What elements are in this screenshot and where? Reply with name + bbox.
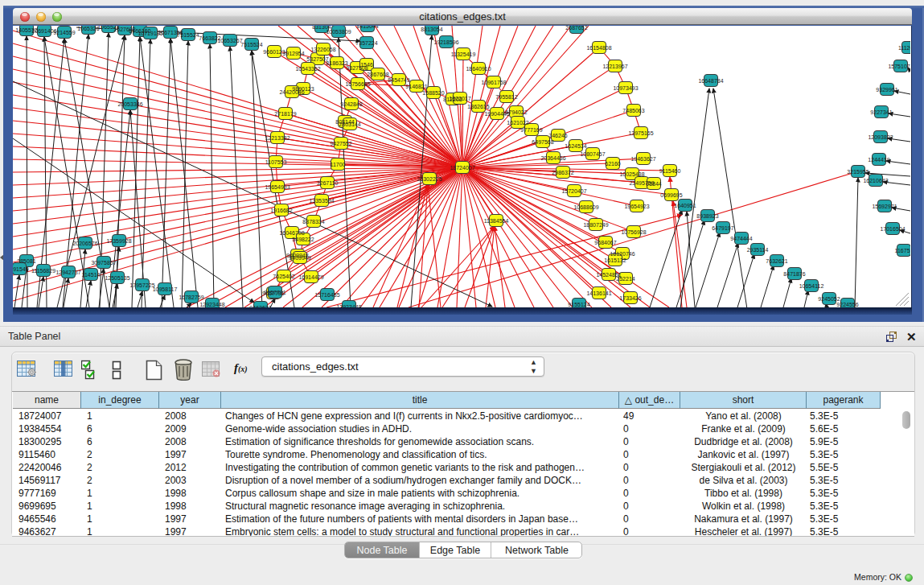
svg-text:15751074: 15751074 [888,64,910,69]
svg-text:9214559: 9214559 [53,30,75,35]
svg-text:2986372: 2986372 [552,170,573,175]
svg-text:12942737: 12942737 [55,270,80,275]
svg-text:3267110: 3267110 [317,180,339,186]
svg-text:9409949: 9409949 [289,255,310,261]
svg-text:9684067: 9684067 [594,240,616,245]
svg-text:16648784: 16648784 [698,78,723,84]
svg-text:391549: 391549 [13,266,29,272]
svg-text:252214: 252214 [616,276,634,282]
svg-text:19654933: 19654933 [265,184,290,190]
svg-text:8813054: 8813054 [421,27,442,32]
svg-text:9146821: 9146821 [405,84,427,89]
svg-text:746246: 746246 [548,133,567,138]
svg-text:6479197: 6479197 [712,225,733,231]
svg-text:9329961: 9329961 [876,87,897,93]
svg-text:7955812: 7955812 [495,94,517,100]
svg-text:1322017: 1322017 [449,96,470,101]
svg-text:13226058: 13226058 [310,47,335,52]
svg-text:9242848: 9242848 [340,101,362,107]
svg-text:24420046: 24420046 [279,89,304,95]
svg-text:10756928: 10756928 [621,229,646,235]
svg-text:19463627: 19463627 [630,156,655,162]
svg-text:18640910: 18640910 [466,66,491,72]
svg-text:2718179: 2718179 [274,111,296,117]
svg-text:10973493: 10973493 [613,85,638,91]
svg-text:9227341: 9227341 [870,109,892,115]
svg-text:10543362: 10543362 [295,66,320,72]
svg-text:7357224: 7357224 [355,40,377,46]
svg-text:7515524: 7515524 [177,32,199,38]
svg-text:8878334: 8878334 [302,219,324,225]
svg-text:13975165: 13975165 [628,130,653,136]
svg-text:12213382: 12213382 [265,135,290,141]
svg-text:7515524: 7515524 [240,42,262,47]
svg-text:116753: 116753 [895,248,910,253]
svg-text:9224556: 9224556 [836,302,858,307]
svg-text:13353594: 13353594 [309,198,334,204]
svg-text:10961758: 10961758 [481,80,506,85]
svg-text:11325419: 11325419 [451,51,476,57]
svg-text:1362615: 1362615 [467,104,489,109]
svg-text:15716485: 15716485 [314,292,339,298]
svg-text:25302275: 25302275 [417,176,441,182]
svg-text:8938923: 8938923 [696,213,718,219]
svg-text:385081: 385081 [17,258,35,264]
svg-text:3912954: 3912954 [282,51,304,56]
svg-text:6497568: 6497568 [532,139,553,145]
svg-text:5498222: 5498222 [292,237,314,242]
svg-text:8454749: 8454749 [388,77,409,83]
svg-text:1107553: 1107553 [265,159,287,165]
svg-text:9777169: 9777169 [520,127,542,133]
svg-text:16154808: 16154808 [586,45,611,51]
svg-text:7632621: 7632621 [766,258,787,264]
svg-text:30975857: 30975857 [91,260,116,266]
svg-text:16914479: 16914479 [298,274,323,280]
svg-text:16756685: 16756685 [345,81,370,87]
svg-text:6794022: 6794022 [505,109,527,115]
svg-text:2803144: 2803144 [339,122,360,127]
svg-text:2867608: 2867608 [367,72,388,77]
svg-text:2687652: 2687652 [565,26,587,31]
svg-text:17016504: 17016504 [880,226,905,232]
svg-text:12213967: 12213967 [602,64,627,69]
svg-text:1640951: 1640951 [674,203,696,208]
svg-text:18724007: 18724007 [450,165,474,171]
svg-text:12093822: 12093822 [868,134,893,140]
svg-text:18807249: 18807249 [583,222,608,228]
svg-text:10025438: 10025438 [619,171,644,177]
svg-text:8186323: 8186323 [326,60,347,66]
svg-text:9474444: 9474444 [730,236,752,241]
svg-text:1624534: 1624534 [565,143,586,149]
svg-text:9115460: 9115460 [659,168,681,174]
svg-text:10688609: 10688609 [573,204,598,210]
svg-text:7625402: 7625402 [273,274,294,279]
svg-text:2935114: 2935114 [747,247,769,253]
svg-text:9657791: 9657791 [264,290,285,295]
svg-text:9155124: 9155124 [568,302,589,307]
svg-text:1916682: 1916682 [270,208,292,213]
svg-text:8471876: 8471876 [783,271,805,277]
svg-text:8415044: 8415044 [356,26,378,29]
svg-text:19654923: 19654923 [624,204,649,209]
svg-text:10807457: 10807457 [580,151,605,157]
svg-text:20364436: 20364436 [540,155,565,161]
svg-text:95844: 95844 [646,181,662,187]
svg-text:10654112: 10654112 [799,283,824,289]
svg-text:1065326: 1065326 [77,26,99,31]
svg-text:1112004: 1112004 [898,45,910,51]
svg-text:10653267: 10653267 [217,38,242,43]
svg-text:17359928: 17359928 [106,238,131,244]
svg-text:12923448: 12923448 [199,302,224,307]
svg-text:20053346: 20053346 [117,101,142,107]
svg-text:11156829: 11156829 [31,268,55,274]
svg-text:9245052: 9245052 [818,296,840,302]
svg-text:16210643: 16210643 [863,178,888,183]
svg-text:114514: 114514 [82,272,101,278]
svg-text:11700: 11700 [331,162,346,167]
svg-text:11384554: 11384554 [484,218,509,224]
svg-text:12505135: 12505135 [105,275,129,281]
svg-text:1615132: 1615132 [604,257,626,263]
svg-text:10053809: 10053809 [326,29,351,35]
svg-text:16120746: 16120746 [610,251,634,257]
svg-text:3215955: 3215955 [847,169,869,175]
